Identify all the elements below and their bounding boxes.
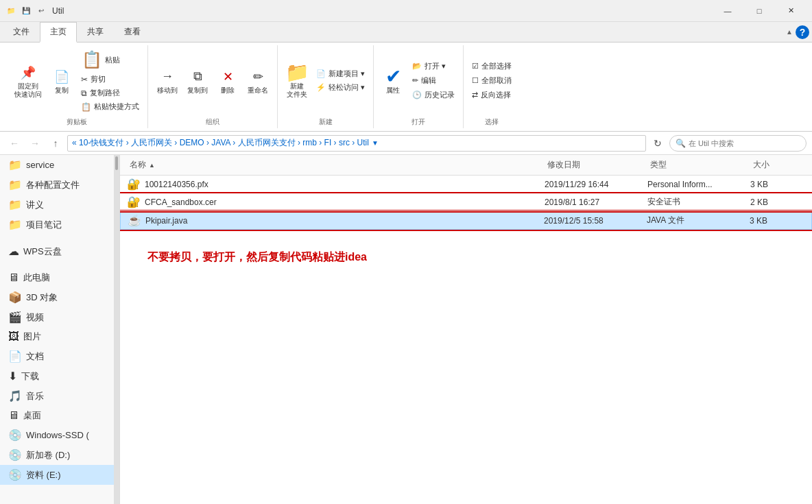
file-type: 安全证书 [647, 196, 750, 208]
search-icon: 🔍 [676, 139, 686, 148]
file-row[interactable]: 🔐 10012140356.pfx 2019/11/29 16:44 Perso… [120, 176, 812, 193]
folder-icon: 📁 [8, 218, 22, 231]
pinquick-button[interactable]: 📌 固定到快速访问 [11, 61, 45, 101]
organize-group-label: 组织 [206, 116, 219, 128]
header-size[interactable]: 大小 [750, 158, 805, 172]
move-to-button[interactable]: → 移动到 [154, 65, 181, 97]
select-all-button[interactable]: ☑ 全部选择 [469, 60, 514, 73]
copy-button[interactable]: 📄 复制 [48, 65, 75, 97]
up-button[interactable]: ↑ [47, 134, 64, 152]
open-group-label: 打开 [411, 116, 425, 128]
header-date[interactable]: 修改日期 [545, 158, 647, 172]
sidebar-item-3d[interactable]: 📦 3D 对象 [0, 287, 119, 307]
paste-button[interactable]: 📋 粘贴 [78, 48, 142, 71]
sidebar: 📁 service 📁 各种配置文件 📁 讲义 📁 项目笔记 ☁ WPS云盘 🖥… [0, 155, 120, 504]
copy-to-button[interactable]: ⧉ 复制到 [184, 65, 211, 97]
edit-icon: ✏ [412, 76, 418, 85]
sidebar-item-music[interactable]: 🎵 音乐 [0, 386, 119, 406]
breadcrumb-text: « 10-快钱支付 › 人民币网关 › DEMO › JAVA › 人民币网关支… [72, 137, 369, 149]
sidebar-item-desktop[interactable]: 🖥 桌面 [0, 406, 119, 425]
ribbon-group-new: 📁 新建文件夹 📄 新建项目 ▾ ⚡ 轻松访问 ▾ 新建 [278, 45, 374, 128]
maximize-button[interactable]: □ [743, 0, 775, 22]
address-bar[interactable]: « 10-快钱支付 › 人民币网关 › DEMO › JAVA › 人民币网关支… [67, 135, 646, 152]
sidebar-separator-2 [0, 261, 119, 268]
cut-button[interactable]: ✂ 剪切 [78, 73, 142, 86]
back-button[interactable]: ← [5, 134, 23, 152]
annotation-text: 不要拷贝，要打开，然后复制代码粘贴进idea [120, 230, 812, 285]
header-type[interactable]: 类型 [647, 158, 750, 172]
file-name: Pkipair.java [145, 216, 187, 226]
sidebar-item-config[interactable]: 📁 各种配置文件 [0, 175, 119, 195]
ribbon-group-open: ✔ 属性 📂 打开 ▾ ✏ 编辑 🕒 历史记录 打开 [374, 45, 464, 128]
title-icon-folder: 📁 [5, 5, 16, 16]
new-folder-button[interactable]: 📁 新建文件夹 [283, 61, 311, 101]
tab-share[interactable]: 共享 [77, 22, 114, 42]
rename-button[interactable]: ✏ 重命名 [244, 65, 272, 97]
address-chevron-icon: ▼ [372, 139, 379, 147]
delete-button[interactable]: ✕ 删除 [214, 65, 241, 97]
open-button[interactable]: 📂 打开 ▾ [409, 60, 457, 73]
desktop-icon: 🖥 [8, 409, 19, 422]
sidebar-item-documents[interactable]: 📄 文档 [0, 346, 119, 366]
ribbon-collapse-icon[interactable]: ▲ [786, 28, 793, 36]
sidebar-item-wps[interactable]: ☁ WPS云盘 [0, 241, 119, 261]
minimize-button[interactable]: — [712, 0, 743, 22]
sidebar-item-thispc[interactable]: 🖥 此电脑 [0, 268, 119, 287]
properties-button[interactable]: ✔ 属性 [379, 65, 407, 97]
java-icon: ☕ [128, 214, 141, 227]
file-size: 3 KB [750, 180, 805, 189]
tab-file[interactable]: 文件 [3, 22, 40, 42]
clipboard-group-label: 剪贴板 [67, 116, 87, 128]
file-row[interactable]: ☕ Pkipair.java 2019/12/5 15:58 JAVA 文件 3… [120, 211, 812, 230]
pictures-icon: 🖼 [8, 331, 19, 343]
tab-view[interactable]: 查看 [114, 22, 151, 42]
search-input[interactable] [689, 139, 800, 147]
computer-icon: 🖥 [8, 272, 19, 284]
forward-button[interactable]: → [26, 134, 44, 152]
title-icon-save: 💾 [21, 5, 32, 16]
sidebar-item-pictures[interactable]: 🖼 图片 [0, 327, 119, 346]
sidebar-item-winc[interactable]: 💿 Windows-SSD ( [0, 425, 119, 445]
3d-icon: 📦 [8, 291, 22, 304]
new-item-icon: 📄 [316, 69, 326, 78]
invert-select-button[interactable]: ⇄ 反向选择 [469, 88, 514, 101]
header-name[interactable]: 名称 ▲ [127, 158, 545, 172]
pfx-icon: 🔐 [127, 178, 141, 191]
invert-icon: ⇄ [472, 91, 478, 99]
history-button[interactable]: 🕒 历史记录 [409, 88, 457, 101]
pin-icon: 📌 [19, 63, 38, 82]
help-icon[interactable]: ? [796, 25, 809, 39]
new-folder-icon: 📁 [287, 63, 307, 82]
easy-access-icon: ⚡ [316, 83, 326, 92]
file-type: Personal Inform... [647, 180, 750, 189]
sidebar-separator [0, 235, 119, 241]
sidebar-item-service[interactable]: 📁 service [0, 155, 119, 175]
sidebar-item-lecture[interactable]: 📁 讲义 [0, 195, 119, 215]
main-layout: 📁 service 📁 各种配置文件 📁 讲义 📁 项目笔记 ☁ WPS云盘 🖥… [0, 155, 812, 504]
file-list-header: 名称 ▲ 修改日期 类型 大小 [120, 155, 812, 176]
folder-icon: 📁 [8, 158, 22, 171]
sidebar-item-d[interactable]: 💿 新加卷 (D:) [0, 445, 119, 465]
tab-home[interactable]: 主页 [40, 22, 77, 43]
disk-d-icon: 💿 [8, 448, 22, 461]
open-icon: 📂 [412, 62, 422, 71]
sidebar-item-downloads[interactable]: ⬇ 下载 [0, 366, 119, 386]
title-bar: 📁 💾 ↩ Util — □ ✕ [0, 0, 812, 22]
disk-c-icon: 💿 [8, 429, 22, 442]
new-item-button[interactable]: 📄 新建项目 ▾ [313, 67, 368, 80]
paste-shortcut-button[interactable]: 📋 粘贴快捷方式 [78, 100, 142, 113]
sidebar-item-e[interactable]: 💿 资料 (E:) [0, 465, 119, 485]
window-controls: — □ ✕ [712, 0, 807, 22]
file-row[interactable]: 🔐 CFCA_sandbox.cer 2019/8/1 16:27 安全证书 2… [120, 193, 812, 211]
edit-button[interactable]: ✏ 编辑 [409, 74, 457, 87]
refresh-button[interactable]: ↻ [649, 134, 667, 152]
file-date: 2019/12/5 15:58 [544, 216, 647, 226]
sidebar-item-notes[interactable]: 📁 项目笔记 [0, 215, 119, 235]
sidebar-scrollbar[interactable] [114, 155, 119, 504]
sidebar-item-video[interactable]: 🎬 视频 [0, 307, 119, 327]
easy-access-button[interactable]: ⚡ 轻松访问 ▾ [313, 81, 368, 94]
file-name: CFCA_sandbox.cer [145, 197, 217, 207]
close-button[interactable]: ✕ [775, 0, 807, 22]
copy-path-button[interactable]: ⧉ 复制路径 [78, 86, 142, 99]
deselect-all-button[interactable]: ☐ 全部取消 [469, 74, 514, 87]
